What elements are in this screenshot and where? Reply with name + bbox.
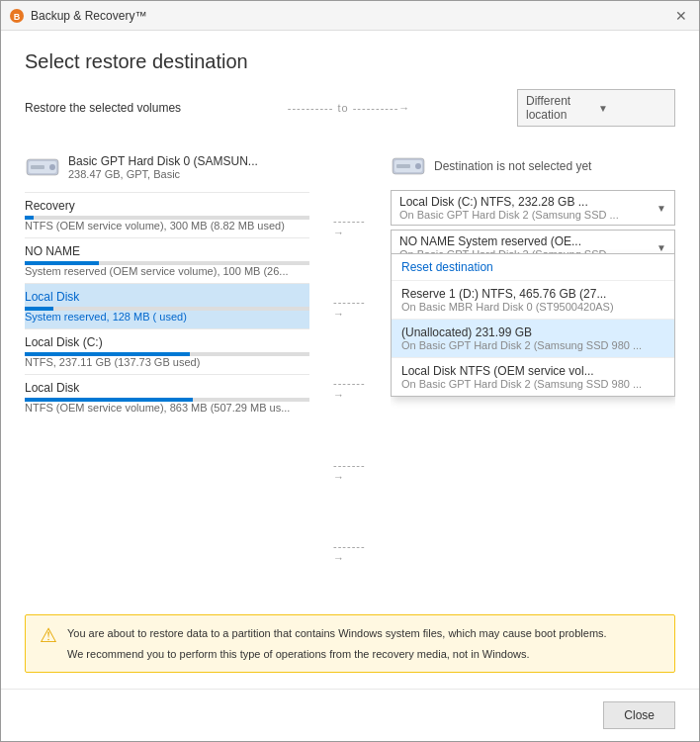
volume-row-0: Recovery NTFS (OEM service volume), 300 … [25,192,309,237]
svg-rect-5 [31,165,44,169]
dest-selector-arrow-0: ▼ [656,203,666,214]
volume-info-0: Recovery NTFS (OEM service volume), 300 … [25,199,309,232]
restore-bar: Restore the selected volumes ---------- … [25,89,675,127]
right-panel: Destination is not selected yet Local Di… [391,146,675,603]
right-disk-header: Destination is not selected yet [391,146,675,186]
volume-info-4: Local Disk NTFS (OEM service volume), 86… [25,381,309,414]
warning-text: You are about to restore data to a parti… [67,625,607,662]
dropdown-reset-label: Reset destination [401,260,493,274]
dropdown-item-2[interactable]: Local Disk NTFS (OEM service vol... On B… [392,358,674,396]
progress-bar-4 [25,398,309,402]
progress-fill-1 [25,261,99,265]
dest-selector-arrow-1: ▼ [656,242,666,253]
volume-info-2: Local Disk System reserved, 128 MB ( use… [25,290,309,323]
location-dropdown[interactable]: Different location ▼ [517,89,675,127]
dropdown-item-sub-1: On Basic GPT Hard Disk 2 (Samsung SSD 98… [401,339,664,351]
dest-selector-name-0: Local Disk (C:) NTFS, 232.28 GB ... [399,195,653,209]
destination-dropdown: Reset destination Reserve 1 (D:) NTFS, 4… [391,253,675,397]
volume-name-2: Local Disk [25,290,309,304]
arrow-3: -------→ [325,459,375,483]
app-icon: B [9,8,25,24]
arrows-column: -------→ -------→ -------→ -------→ ----… [325,146,375,603]
left-disk-header: Basic GPT Hard Disk 0 (SAMSUN... 238.47 … [25,146,309,188]
arrow-0: -------→ [325,215,375,238]
dest-selector-info-0: Local Disk (C:) NTFS, 232.28 GB ... On B… [399,195,653,221]
dropdown-item-1[interactable]: (Unallocated) 231.99 GB On Basic GPT Har… [392,320,674,358]
volume-name-0: Recovery [25,199,309,213]
warning-icon: ⚠ [40,625,57,645]
volume-sub-2: System reserved, 128 MB ( used) [25,311,309,323]
progress-fill-2 [25,307,53,311]
dropdown-item-0[interactable]: Reserve 1 (D:) NTFS, 465.76 GB (27... On… [392,281,674,320]
dest-selector-sub-0: On Basic GPT Hard Disk 2 (Samsung SSD ..… [399,209,653,221]
arrow-1: -------→ [325,296,375,320]
volume-sub-1: System reserved (OEM service volume), 10… [25,265,309,277]
progress-fill-4 [25,398,193,402]
progress-fill-3 [25,352,190,356]
restore-label: Restore the selected volumes [25,101,181,115]
window-title: Backup & Recovery™ [31,9,146,23]
volume-sub-3: NTFS, 237.11 GB (137.73 GB used) [25,356,309,368]
arrow-2: -------→ [325,377,375,401]
svg-text:B: B [14,12,21,22]
dropdown-item-name-1: (Unallocated) 231.99 GB [401,325,664,339]
svg-point-4 [49,164,55,170]
main-window: B Backup & Recovery™ ✕ Select restore de… [0,0,700,742]
warning-line2: We recommend you to perform this type of… [67,646,607,663]
arrow-line: ---------- to ----------→ [189,102,509,114]
progress-fill-0 [25,216,34,220]
close-button[interactable]: Close [603,701,675,729]
volume-name-3: Local Disk (C:) [25,335,309,349]
volume-row-3: Local Disk (C:) NTFS, 237.11 GB (137.73 … [25,328,309,374]
svg-point-8 [415,163,421,169]
volume-info-3: Local Disk (C:) NTFS, 237.11 GB (137.73 … [25,335,309,368]
volume-sub-0: NTFS (OEM service volume), 300 MB (8.82 … [25,220,309,232]
warning-line1: You are about to restore data to a parti… [67,625,607,642]
arrow-4: -------→ [325,540,375,564]
page-title: Select restore destination [25,50,675,73]
left-disk-info: Basic GPT Hard Disk 0 (SAMSUN... 238.47 … [68,154,258,180]
dropdown-item-name-0: Reserve 1 (D:) NTFS, 465.76 GB (27... [401,287,664,301]
volume-name-4: Local Disk [25,381,309,395]
title-bar: B Backup & Recovery™ ✕ [1,1,699,31]
dest-not-selected-label: Destination is not selected yet [434,159,591,173]
dropdown-item-sub-0: On Basic MBR Hard Disk 0 (ST9500420AS) [401,301,664,313]
title-bar-left: B Backup & Recovery™ [9,8,146,24]
progress-bar-3 [25,352,309,356]
warning-box: ⚠ You are about to restore data to a par… [25,614,675,673]
progress-bar-0 [25,216,309,220]
svg-rect-9 [396,164,410,168]
volume-info-1: NO NAME System reserved (OEM service vol… [25,244,309,277]
content-area: Select restore destination Restore the s… [1,31,699,689]
progress-bar-1 [25,261,309,265]
volume-row-2: Local Disk System reserved, 128 MB ( use… [25,283,309,328]
dropdown-item-sub-2: On Basic GPT Hard Disk 2 (Samsung SSD 98… [401,378,664,390]
left-panel: Basic GPT Hard Disk 0 (SAMSUN... 238.47 … [25,146,309,603]
left-disk-icon [25,155,60,179]
volumes-section: Basic GPT Hard Disk 0 (SAMSUN... 238.47 … [25,146,675,603]
location-label: Different location [526,94,594,122]
left-disk-sub: 238.47 GB, GPT, Basic [68,168,258,180]
dest-selector-0[interactable]: Local Disk (C:) NTFS, 232.28 GB ... On B… [391,190,675,226]
volume-row-1: NO NAME System reserved (OEM service vol… [25,237,309,283]
footer: Close [1,689,699,741]
dropdown-arrow-icon: ▼ [598,103,666,114]
window-close-button[interactable]: ✕ [671,6,691,26]
dropdown-item-reset[interactable]: Reset destination [392,254,674,281]
volume-row-4: Local Disk NTFS (OEM service volume), 86… [25,374,309,419]
volume-name-1: NO NAME [25,244,309,258]
volume-sub-4: NTFS (OEM service volume), 863 MB (507.2… [25,402,309,414]
dest-selector-name-1: NO NAME System reserved (OE... [399,234,653,248]
right-disk-icon [391,154,426,178]
progress-bar-2 [25,307,309,311]
dropdown-item-name-2: Local Disk NTFS (OEM service vol... [401,364,664,378]
left-disk-name: Basic GPT Hard Disk 0 (SAMSUN... [68,154,258,168]
